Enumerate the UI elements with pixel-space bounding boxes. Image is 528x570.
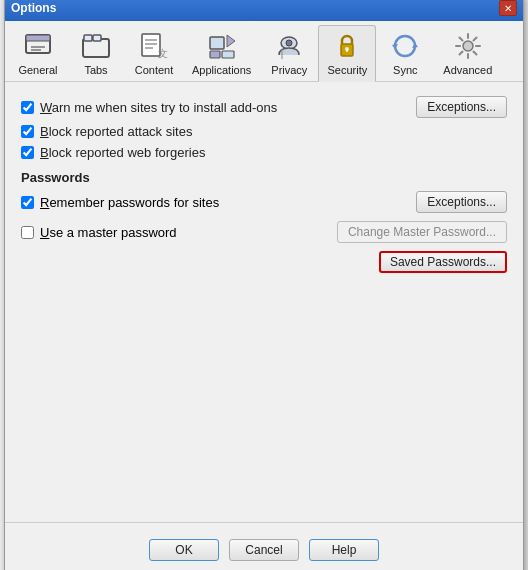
ok-button[interactable]: OK: [149, 539, 219, 561]
warn-addons-row: Warn me when sites try to install add-on…: [21, 96, 507, 118]
svg-rect-1: [26, 35, 50, 41]
tab-applications[interactable]: Applications: [183, 25, 260, 81]
advanced-icon: [452, 30, 484, 62]
general-icon: [22, 30, 54, 62]
warn-addons-checkbox[interactable]: [21, 101, 34, 114]
security-icon: [331, 30, 363, 62]
remember-pw-row: Remember passwords for sites Exceptions.…: [21, 191, 507, 213]
remember-pw-label[interactable]: Remember passwords for sites: [40, 195, 219, 210]
svg-rect-5: [84, 35, 92, 41]
tab-sync[interactable]: Sync: [376, 25, 434, 81]
close-button[interactable]: ✕: [499, 0, 517, 16]
options-window: Options ✕ General: [4, 0, 524, 570]
master-pw-row: Use a master password Change Master Pass…: [21, 221, 507, 243]
tab-content-label: Content: [135, 64, 174, 76]
applications-icon: [206, 30, 238, 62]
privacy-icon: [273, 30, 305, 62]
svg-line-31: [473, 38, 476, 41]
tab-advanced[interactable]: Advanced: [434, 25, 501, 81]
tab-advanced-label: Advanced: [443, 64, 492, 76]
master-pw-checkbox[interactable]: [21, 226, 34, 239]
passwords-section: Passwords Remember passwords for sites E…: [21, 170, 507, 273]
addons-exceptions-button[interactable]: Exceptions...: [416, 96, 507, 118]
block-attack-row: Block reported attack sites: [21, 124, 507, 139]
content-icon: 文: [138, 30, 170, 62]
warn-addons-label[interactable]: Warn me when sites try to install add-on…: [40, 100, 277, 115]
svg-rect-14: [210, 51, 220, 58]
tab-security-label: Security: [327, 64, 367, 76]
tab-privacy[interactable]: Privacy: [260, 25, 318, 81]
sync-icon: [389, 30, 421, 62]
svg-rect-6: [93, 35, 101, 41]
toolbar: General Tabs 文: [5, 21, 523, 82]
tab-security[interactable]: Security: [318, 25, 376, 82]
change-master-button[interactable]: Change Master Password...: [337, 221, 507, 243]
tab-tabs-label: Tabs: [84, 64, 107, 76]
svg-line-29: [459, 38, 462, 41]
svg-point-24: [463, 41, 473, 51]
svg-line-32: [459, 52, 462, 55]
tab-tabs[interactable]: Tabs: [67, 25, 125, 81]
passwords-section-label: Passwords: [21, 170, 507, 185]
window-title: Options: [11, 1, 56, 15]
saved-passwords-row: Saved Passwords...: [21, 251, 507, 273]
block-forgeries-checkbox[interactable]: [21, 146, 34, 159]
block-forgeries-row: Block reported web forgeries: [21, 145, 507, 160]
tab-general-label: General: [18, 64, 57, 76]
master-pw-label[interactable]: Use a master password: [40, 225, 177, 240]
title-bar: Options ✕: [5, 0, 523, 21]
svg-rect-12: [210, 37, 224, 49]
svg-point-17: [286, 40, 292, 46]
svg-text:文: 文: [158, 48, 168, 59]
cancel-button[interactable]: Cancel: [229, 539, 299, 561]
remember-pw-left: Remember passwords for sites: [21, 195, 219, 210]
svg-marker-23: [392, 44, 398, 49]
block-forgeries-label[interactable]: Block reported web forgeries: [40, 145, 205, 160]
footer: OK Cancel Help: [5, 522, 523, 570]
tab-sync-label: Sync: [393, 64, 417, 76]
svg-rect-15: [222, 51, 234, 58]
tab-applications-label: Applications: [192, 64, 251, 76]
block-attack-checkbox[interactable]: [21, 125, 34, 138]
help-button[interactable]: Help: [309, 539, 379, 561]
master-pw-left: Use a master password: [21, 225, 177, 240]
remember-pw-checkbox[interactable]: [21, 196, 34, 209]
tab-privacy-label: Privacy: [271, 64, 307, 76]
tab-general[interactable]: General: [9, 25, 67, 81]
tabs-icon: [80, 30, 112, 62]
content-area: Warn me when sites try to install add-on…: [5, 82, 523, 462]
block-attack-label[interactable]: Block reported attack sites: [40, 124, 192, 139]
tab-content[interactable]: 文 Content: [125, 25, 183, 81]
svg-marker-13: [227, 35, 235, 47]
pw-exceptions-button[interactable]: Exceptions...: [416, 191, 507, 213]
svg-line-30: [473, 52, 476, 55]
saved-passwords-button[interactable]: Saved Passwords...: [379, 251, 507, 273]
warn-addons-checkbox-row: Warn me when sites try to install add-on…: [21, 100, 277, 115]
